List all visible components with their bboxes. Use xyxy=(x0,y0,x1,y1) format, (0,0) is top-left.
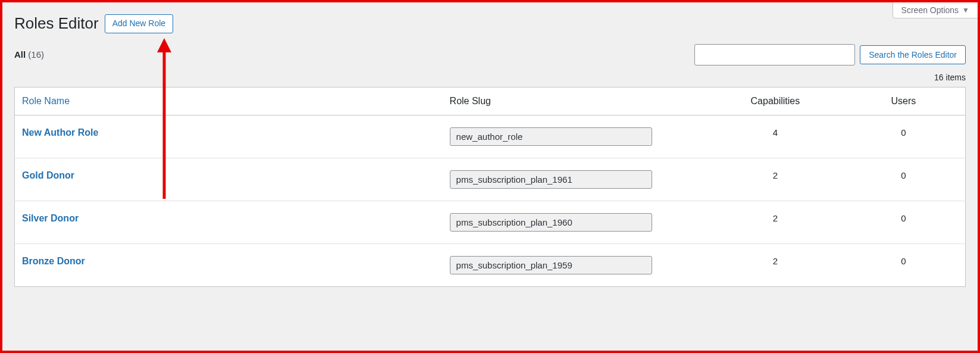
filter-all-count: (16) xyxy=(28,49,44,60)
roles-table: Role Name Role Slug Capabilities Users N… xyxy=(14,87,966,287)
role-caps-value: 4 xyxy=(709,115,842,158)
role-slug-input[interactable] xyxy=(450,170,652,189)
page-title: Roles Editor xyxy=(14,14,99,33)
column-header-name[interactable]: Role Name xyxy=(15,87,443,115)
filter-all[interactable]: All (16) xyxy=(14,49,44,60)
search-button[interactable]: Search the Roles Editor xyxy=(860,45,966,64)
role-users-value: 0 xyxy=(842,158,966,201)
table-row: Bronze Donor 2 0 xyxy=(15,243,966,286)
column-header-slug: Role Slug xyxy=(443,87,709,115)
role-name-link[interactable]: New Author Role xyxy=(22,127,98,138)
role-name-link[interactable]: Bronze Donor xyxy=(22,256,85,266)
role-caps-value: 2 xyxy=(709,158,842,201)
role-slug-input[interactable] xyxy=(450,127,652,146)
table-row: New Author Role 4 0 xyxy=(15,115,966,158)
screen-options-button[interactable]: Screen Options ▼ xyxy=(893,2,978,18)
role-users-value: 0 xyxy=(842,201,966,243)
chevron-down-icon: ▼ xyxy=(962,6,969,14)
role-name-link[interactable]: Gold Donor xyxy=(22,170,74,180)
screen-options-label: Screen Options xyxy=(901,5,959,15)
role-users-value: 0 xyxy=(842,115,966,158)
role-name-link[interactable]: Silver Donor xyxy=(22,213,79,223)
table-row: Silver Donor 2 0 xyxy=(15,201,966,243)
role-slug-input[interactable] xyxy=(450,213,652,232)
column-header-users: Users xyxy=(842,87,966,115)
role-caps-value: 2 xyxy=(709,201,842,243)
add-new-role-button[interactable]: Add New Role xyxy=(105,14,174,33)
role-caps-value: 2 xyxy=(709,243,842,286)
role-slug-input[interactable] xyxy=(450,256,652,274)
items-count: 16 items xyxy=(14,73,966,82)
table-row: Gold Donor 2 0 xyxy=(15,158,966,201)
search-input[interactable] xyxy=(694,44,855,65)
column-header-capabilities: Capabilities xyxy=(709,87,842,115)
filter-all-label: All xyxy=(14,49,26,60)
role-users-value: 0 xyxy=(842,243,966,286)
